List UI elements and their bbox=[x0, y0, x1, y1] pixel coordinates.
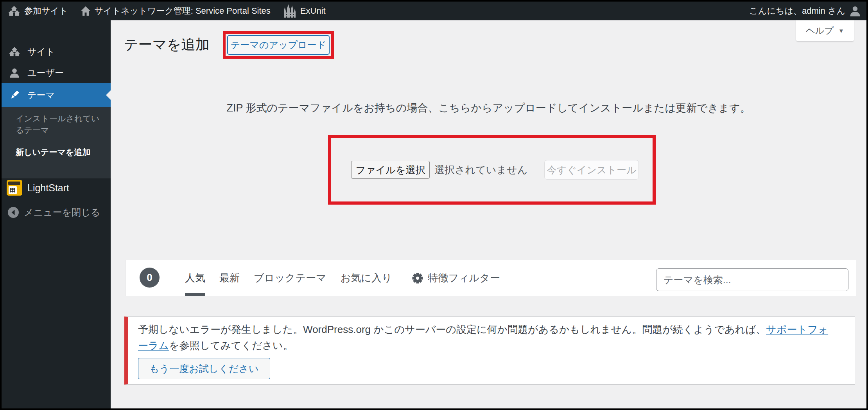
help-dropdown-button[interactable]: ヘルプ ▼ bbox=[796, 20, 854, 41]
themes-label: テーマ bbox=[27, 89, 55, 101]
feature-filter-label: 特徴フィルター bbox=[428, 271, 500, 285]
greeting-label: こんにちは、admin さん bbox=[749, 5, 845, 17]
user-avatar-icon bbox=[849, 5, 861, 17]
screenshot-frame: 参加サイト サイトネットワーク管理: Service Portal Sites bbox=[2, 2, 866, 408]
help-label: ヘルプ bbox=[806, 25, 834, 37]
error-message: 予期しないエラーが発生しました。WordPress.org かこのサーバーの設定… bbox=[138, 322, 838, 354]
upload-theme-button[interactable]: テーマのアップロード bbox=[227, 35, 330, 55]
paintbrush-icon bbox=[8, 90, 21, 101]
users-label: ユーザー bbox=[27, 67, 64, 79]
no-file-selected-text: 選択されていません bbox=[434, 163, 527, 177]
tab-latest[interactable]: 最新 bbox=[219, 260, 240, 296]
home-icon bbox=[81, 6, 91, 16]
network-admin-label: サイトネットワーク管理: Service Portal Sites bbox=[95, 5, 271, 17]
admin-bar: 参加サイト サイトネットワーク管理: Service Portal Sites bbox=[2, 2, 866, 20]
themes-submenu: インストールされているテーマ 新しいテーマを追加 bbox=[2, 107, 111, 178]
submenu-installed-themes[interactable]: インストールされているテーマ bbox=[16, 113, 104, 136]
lightstart-icon-grid bbox=[10, 188, 15, 192]
admin-bar-network-admin[interactable]: サイトネットワーク管理: Service Portal Sites bbox=[81, 5, 271, 17]
lightstart-plugin-icon[interactable] bbox=[7, 180, 22, 196]
theme-count-badge: 0 bbox=[140, 268, 160, 288]
lightstart-icon-banner bbox=[8, 182, 20, 185]
sites-label: サイト bbox=[27, 46, 55, 58]
tab-block-themes[interactable]: ブロックテーマ bbox=[254, 260, 326, 296]
admin-bar-account[interactable]: こんにちは、admin さん bbox=[749, 5, 861, 17]
main-content: ヘルプ ▼ テーマを追加 テーマのアップロード ZIP 形式のテーマファイルをお… bbox=[111, 20, 866, 408]
admin-sidebar: サイト ユーザー テーマ bbox=[2, 20, 111, 408]
sidebar-item-lightstart[interactable]: LightStart bbox=[27, 180, 69, 196]
sidebar-item-sites[interactable]: サイト bbox=[2, 42, 111, 61]
sidebar-collapse-menu[interactable]: メニューを閉じる bbox=[7, 206, 100, 219]
admin-bar-exunit[interactable]: ExUnit bbox=[283, 4, 326, 18]
try-again-button[interactable]: もう一度お試しください bbox=[138, 358, 270, 379]
collapse-icon bbox=[7, 207, 19, 218]
admin-bar-my-sites[interactable]: 参加サイト bbox=[8, 5, 68, 17]
lightstart-icon-card bbox=[9, 186, 17, 194]
tab-popular[interactable]: 人気 bbox=[185, 260, 205, 296]
filter-tabs: 人気 最新 ブロックテーマ お気に入り bbox=[185, 260, 500, 296]
exunit-label: ExUnit bbox=[300, 6, 326, 16]
page-title: テーマを追加 bbox=[124, 34, 210, 55]
error-notice: 予期しないエラーが発生しました。WordPress.org かこのサーバーの設定… bbox=[124, 316, 855, 385]
chevron-down-icon: ▼ bbox=[838, 27, 844, 34]
user-icon bbox=[8, 67, 21, 78]
sidebar-item-users[interactable]: ユーザー bbox=[2, 63, 111, 82]
install-now-button[interactable]: 今すぐインストール bbox=[544, 160, 639, 180]
feature-filter-button[interactable]: 特徴フィルター bbox=[412, 271, 500, 285]
search-themes-input[interactable] bbox=[656, 268, 848, 291]
gear-icon bbox=[412, 272, 423, 284]
collapse-menu-label: メニューを閉じる bbox=[24, 206, 100, 219]
active-menu-arrow bbox=[106, 90, 111, 100]
annotation-box-upload-form: ファイルを選択 選択されていません 今すぐインストール bbox=[328, 135, 656, 205]
sidebar-item-themes[interactable]: テーマ bbox=[2, 83, 111, 107]
multisite-houses-icon bbox=[8, 47, 21, 57]
error-message-tail: を参照してみてください。 bbox=[169, 340, 293, 351]
theme-filter-bar: 0 人気 最新 ブロックテーマ お気に入り bbox=[125, 260, 856, 296]
upload-description: ZIP 形式のテーマファイルをお持ちの場合、こちらからアップロードしてインストー… bbox=[111, 101, 866, 115]
error-message-text: 予期しないエラーが発生しました。WordPress.org かこのサーバーの設定… bbox=[138, 324, 766, 335]
tab-favorites[interactable]: お気に入り bbox=[341, 260, 392, 296]
choose-file-button[interactable]: ファイルを選択 bbox=[351, 161, 430, 179]
exunit-cathedral-icon bbox=[283, 4, 296, 18]
multisite-houses-icon bbox=[8, 5, 20, 16]
submenu-add-new-theme[interactable]: 新しいテーマを追加 bbox=[16, 146, 104, 158]
my-sites-label: 参加サイト bbox=[24, 5, 68, 17]
annotation-box-upload-button: テーマのアップロード bbox=[223, 31, 334, 59]
